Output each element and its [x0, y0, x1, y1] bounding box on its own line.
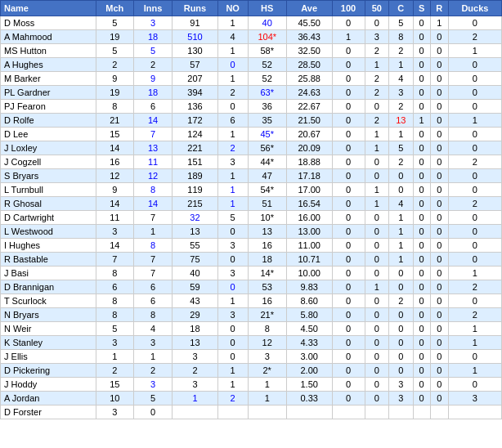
table-cell: 2 — [217, 141, 248, 155]
table-cell: 8 — [96, 100, 133, 114]
table-cell: 0 — [413, 30, 430, 44]
table-cell: 2 — [389, 155, 414, 169]
table-cell: 3 — [96, 405, 133, 419]
table-row: J Ellis113033.00000000 — [1, 350, 502, 364]
table-cell: 0 — [413, 239, 430, 253]
table-cell: 1 — [332, 30, 365, 44]
table-cell — [286, 405, 332, 419]
table-cell: 32.50 — [286, 44, 332, 58]
table-cell: 44* — [248, 155, 286, 169]
table-cell — [217, 405, 248, 419]
table-cell: 13 — [173, 336, 218, 350]
table-cell: 40 — [173, 267, 218, 280]
table-cell: 5 — [96, 44, 133, 58]
column-header-runs: Runs — [173, 1, 218, 16]
table-cell: T Scurlock — [1, 294, 96, 308]
table-cell: 9 — [133, 72, 172, 86]
column-header-c: C — [389, 1, 414, 16]
column-header-r: R — [430, 1, 448, 16]
table-cell: 0 — [430, 294, 448, 308]
table-cell: 0 — [413, 211, 430, 225]
table-cell: 52 — [248, 58, 286, 72]
table-cell: 43 — [173, 294, 218, 308]
table-cell: 0 — [413, 267, 430, 280]
table-cell: D Pickering — [1, 364, 96, 378]
table-cell: 0 — [365, 322, 389, 336]
table-cell: 1 — [365, 197, 389, 211]
table-cell: 4 — [389, 197, 414, 211]
table-cell: 18 — [248, 253, 286, 267]
table-cell: 16.54 — [286, 197, 332, 211]
table-cell: J Loxley — [1, 141, 96, 155]
table-cell: 0 — [332, 322, 365, 336]
table-cell: 3 — [448, 392, 501, 405]
table-cell: A Mahmood — [1, 30, 96, 44]
table-cell: 59 — [173, 280, 218, 294]
table-cell: 0 — [413, 72, 430, 86]
table-cell: 6 — [96, 280, 133, 294]
table-cell: 36 — [248, 100, 286, 114]
table-cell: 0 — [217, 322, 248, 336]
table-cell: 13 — [133, 141, 172, 155]
table-row: S Bryars121218914717.18000000 — [1, 169, 502, 183]
table-cell: 3 — [173, 378, 218, 392]
table-cell: 0 — [332, 392, 365, 405]
table-cell: 0 — [430, 364, 448, 378]
table-cell — [413, 405, 430, 419]
table-cell: 0 — [430, 44, 448, 58]
table-cell: 18 — [173, 322, 218, 336]
table-cell: 54* — [248, 183, 286, 197]
column-header-ave: Ave — [286, 1, 332, 16]
table-cell: 0 — [217, 350, 248, 364]
table-cell: 1 — [365, 58, 389, 72]
table-cell: 0 — [413, 322, 430, 336]
table-cell: 0 — [413, 225, 430, 239]
table-cell: 10.71 — [286, 253, 332, 267]
table-cell: 1 — [217, 378, 248, 392]
table-cell: 15 — [96, 378, 133, 392]
table-cell: 0 — [365, 169, 389, 183]
table-cell: 0 — [430, 211, 448, 225]
table-cell: 0 — [389, 350, 414, 364]
table-cell: 0 — [448, 100, 501, 114]
table-cell: 151 — [173, 155, 218, 169]
table-row: MS Hutton55130158*32.50022001 — [1, 44, 502, 58]
table-cell: 12 — [96, 169, 133, 183]
table-cell: 21* — [248, 308, 286, 322]
table-cell: 22.67 — [286, 100, 332, 114]
table-cell — [365, 405, 389, 419]
table-cell: J Hoddy — [1, 378, 96, 392]
table-cell: 1 — [365, 128, 389, 141]
table-cell: 5 — [96, 16, 133, 30]
table-cell: 9 — [96, 72, 133, 86]
table-cell: 0 — [448, 225, 501, 239]
table-cell: 0 — [332, 211, 365, 225]
table-cell: 0 — [448, 294, 501, 308]
table-cell — [430, 405, 448, 419]
table-cell: 1 — [217, 72, 248, 86]
table-cell: 13.00 — [286, 225, 332, 239]
table-body: D Moss539114045.50005010A Mahmood1918510… — [1, 16, 502, 419]
table-cell: 1 — [217, 169, 248, 183]
table-cell: 4 — [217, 30, 248, 44]
table-row: J Basi8740314*10.00000001 — [1, 267, 502, 280]
table-cell: 0 — [365, 364, 389, 378]
table-cell: 0 — [413, 294, 430, 308]
table-cell: 5 — [133, 44, 172, 58]
table-cell: 10* — [248, 211, 286, 225]
table-cell: 0 — [430, 225, 448, 239]
table-cell: 0 — [332, 364, 365, 378]
table-cell: 3 — [389, 378, 414, 392]
table-cell: 2 — [96, 58, 133, 72]
table-cell: 29 — [173, 308, 218, 322]
table-cell: 2 — [448, 308, 501, 322]
table-cell: 3.00 — [286, 350, 332, 364]
table-cell: 0 — [448, 350, 501, 364]
table-row: J Loxley1413221256*20.09015000 — [1, 141, 502, 155]
table-cell: 221 — [173, 141, 218, 155]
table-cell: 0 — [430, 86, 448, 100]
table-cell: 8 — [133, 183, 172, 197]
table-cell: 1 — [389, 128, 414, 141]
table-cell: 0 — [365, 225, 389, 239]
table-cell: 0 — [448, 141, 501, 155]
